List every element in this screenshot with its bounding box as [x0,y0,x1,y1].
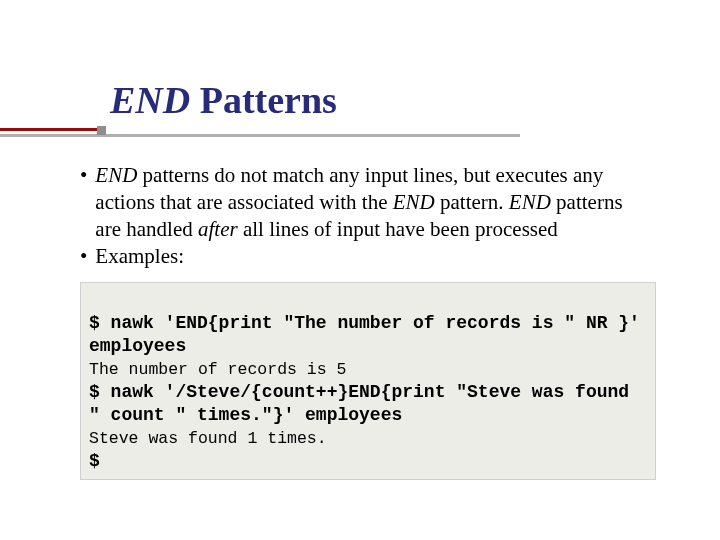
bullet-dot [80,162,95,243]
slide-title-area: END Patterns [0,0,720,122]
body-content: END patterns do not match any input line… [0,122,720,270]
grey-rule [0,134,520,137]
bullet-dot [80,243,95,270]
slide-title: END Patterns [110,78,720,122]
bullet-2-text: Examples: [95,243,184,270]
p1-end: END [95,163,137,187]
title-rest: Patterns [190,79,337,121]
bullet-2: Examples: [80,243,652,270]
code-line-1: $ nawk 'END{print "The number of records… [89,313,651,356]
code-line-5: $ [89,451,100,471]
p1-rest4: all lines of input have been processed [238,217,558,241]
code-line-2: The number of records is 5 [89,360,346,379]
code-line-4: Steve was found 1 times. [89,429,327,448]
bullet-1: END patterns do not match any input line… [80,162,652,243]
code-line-3: $ nawk '/Steve/{count++}END{print "Steve… [89,382,640,425]
p1-end3: END [509,190,551,214]
accent-rule [0,128,100,131]
p1-after: after [198,217,238,241]
p1-end2: END [393,190,435,214]
title-end-italic: END [110,79,190,121]
rule-square [97,126,106,135]
code-example: $ nawk 'END{print "The number of records… [80,282,656,480]
bullet-1-text: END patterns do not match any input line… [95,162,652,243]
p1-rest2: pattern. [435,190,509,214]
